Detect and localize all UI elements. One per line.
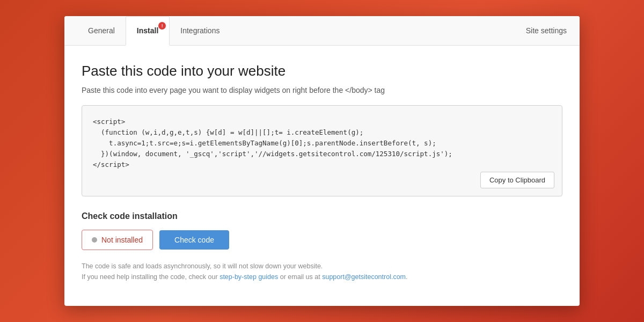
footer-note: The code is safe and loads asynchronousl… — [82, 261, 562, 282]
modal-dialog: General Install ! Integrations Site sett… — [64, 16, 580, 306]
copy-to-clipboard-button[interactable]: Copy to Clipboard — [480, 172, 554, 188]
check-code-button[interactable]: Check code — [159, 230, 229, 250]
page-title: Paste this code into your website — [82, 63, 562, 79]
footer-line2: If you need help installing the code, ch… — [82, 272, 562, 282]
code-snippet: <script> (function (w,i,d,g,e,t,s) {w[d]… — [93, 116, 551, 170]
code-block: <script> (function (w,i,d,g,e,t,s) {w[d]… — [82, 105, 562, 196]
footer-prefix: If you need help installing the code, ch… — [82, 273, 219, 281]
tab-general[interactable]: General — [77, 17, 126, 46]
tab-integrations[interactable]: Integrations — [170, 17, 230, 46]
footer-line1: The code is safe and loads asynchronousl… — [82, 261, 562, 272]
site-settings-link[interactable]: Site settings — [526, 17, 567, 45]
status-dot-icon — [92, 237, 97, 243]
page-subtitle: Paste this code into every page you want… — [82, 86, 562, 94]
not-installed-label: Not installed — [101, 236, 143, 244]
footer-middle: or email us at — [278, 273, 322, 281]
not-installed-badge: Not installed — [82, 230, 153, 250]
step-by-step-guides-link[interactable]: step-by-step guides — [219, 273, 278, 281]
tab-install[interactable]: Install ! — [126, 16, 170, 46]
support-email-link[interactable]: support@getsitecontrol.com — [322, 273, 406, 281]
modal-content: Paste this code into your website Paste … — [64, 46, 580, 297]
tab-bar: General Install ! Integrations Site sett… — [64, 16, 580, 46]
check-section-title: Check code installation — [82, 211, 562, 221]
footer-end: . — [406, 273, 407, 281]
install-status-row: Not installed Check code — [82, 230, 562, 250]
install-badge: ! — [158, 22, 166, 30]
